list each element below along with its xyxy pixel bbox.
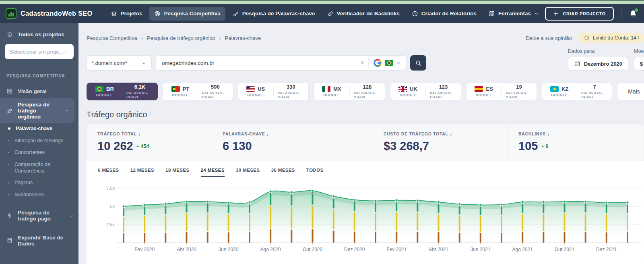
nav-item-relatorios[interactable]: Criador de Relatórios (407, 7, 481, 21)
country-tab-kz[interactable]: KZ GOOGLE 7 PALAVRAS-CHAVE (542, 83, 613, 100)
breadcrumb-item[interactable]: Pesquisa de tráfego orgânico (147, 35, 215, 41)
sidebar-item-label: Pesquisa de tráfego orgânico (18, 102, 60, 120)
country-tab-br[interactable]: BR GOOGLE 6,1K PALAVRAS-CHAVE (87, 83, 158, 100)
range-tabs: 6 MESES 12 MESES 18 MESES 24 MESES 30 ME… (92, 168, 644, 177)
info-icon[interactable]: i (450, 132, 452, 137)
svg-text:2.5k: 2.5k (106, 222, 115, 227)
nav-item-projetos[interactable]: Projetos (106, 7, 147, 21)
engine-label: GOOGLE (400, 93, 417, 97)
breadcrumb-item[interactable]: Palavras-chave (225, 35, 261, 41)
section-title: Tráfego orgânico i (87, 110, 644, 119)
country-code: ES (486, 86, 493, 92)
database-icon (6, 237, 13, 244)
country-code: US (258, 86, 265, 92)
domain-search-box: × (156, 55, 406, 71)
country-tab-uk[interactable]: UK GOOGLE 123 PALAVRAS-CHAVE (390, 83, 461, 100)
chevron-down-icon[interactable] (396, 60, 401, 65)
chevron-up-icon (64, 108, 70, 113)
engine-label: GOOGLE (247, 93, 264, 97)
sidebar-item-trafego-pago[interactable]: Pesquisa de tráfego pago (0, 206, 78, 226)
clock-icon (412, 10, 418, 17)
sidebar-subitem-label: Palavras-chave (16, 126, 52, 132)
date-picker-button[interactable]: Dezembro 2020 (568, 57, 628, 71)
breadcrumb-item[interactable]: Pesquisa Competitiva (87, 35, 137, 41)
bullet-dot (8, 140, 9, 141)
metric-value: 10 262 (97, 139, 133, 153)
country-keyword-count: 330 (287, 84, 295, 90)
tab-30-meses[interactable]: 30 MESES (236, 168, 260, 177)
create-project-button[interactable]: CRIAR PROJECTO (545, 7, 614, 21)
currency-group: Moeda: $ US (634, 48, 644, 71)
tab-todos[interactable]: TODOS (306, 168, 324, 177)
sidebar-subitem-alteracao-rankings[interactable]: Alteração de rankings (0, 135, 78, 147)
country-tab-us[interactable]: US GOOGLE 330 PALAVRAS-CHAVE (238, 83, 309, 100)
sidebar-item-all-projects[interactable]: Todos os projetos (0, 27, 78, 42)
search-icon (415, 60, 422, 67)
bullet-dot (8, 127, 10, 130)
create-project-label: CRIAR PROJECTO (563, 11, 606, 16)
country-code: KZ (561, 86, 568, 92)
account-limit-badge[interactable]: Limite da Conta: 14 / (578, 33, 644, 43)
country-tabs: BR GOOGLE 6,1K PALAVRAS-CHAVE PT GOOGLE … (87, 83, 644, 100)
usa-flag (246, 86, 255, 92)
search-button[interactable] (410, 55, 426, 71)
more-countries-button[interactable]: Mais (617, 83, 644, 100)
close-icon[interactable]: × (356, 59, 368, 67)
notifications-button[interactable] (629, 9, 638, 18)
bullet-dot (8, 182, 9, 183)
metric-label: PALAVRAS-CHAVE (430, 91, 457, 99)
organic-traffic-chart[interactable]: 2.5k5k7.5kFev 2020Abr 2020Jun 2020Ago 20… (92, 179, 644, 259)
account-limit-label: Limite da Conta: 14 / (593, 35, 639, 41)
sidebar-item-trafego-organico[interactable]: Pesquisa de tráfego orgânico (0, 98, 74, 123)
sidebar-item-expandir-base-dados[interactable]: Expandir Base de Dados (0, 231, 78, 251)
notification-dot (635, 8, 638, 12)
project-select[interactable]: Seleccionar um proje... (5, 44, 74, 59)
nav-item-pesquisa-competitiva[interactable]: Pesquisa Competitiva (149, 7, 225, 21)
scope-select[interactable]: *.domain.com/* (87, 55, 152, 71)
currency-select-button[interactable]: $ US (634, 57, 644, 71)
sidebar-subitem-label: Páginas (14, 180, 33, 186)
feedback-link[interactable]: Deixe a sua opinião (526, 35, 572, 41)
info-icon[interactable]: i (138, 132, 140, 137)
nav-item-label: Pesquisa de Palavras-chave (242, 10, 315, 17)
brazil-flag (95, 86, 103, 92)
nav-item-label: Criador de Relatórios (421, 10, 477, 17)
brand[interactable]: CadastrandoWeb SEO (6, 8, 92, 19)
info-icon[interactable]: i (149, 110, 151, 115)
sidebar-subitem-palavras-chave[interactable]: Palavras-chave (0, 123, 78, 135)
country-tab-es[interactable]: ES GOOGLE 19 PALAVRAS-CHAVE (466, 83, 537, 100)
section-title-text: Tráfego orgânico (87, 110, 147, 119)
sidebar-item-visao-geral[interactable]: Visão geral (0, 84, 78, 98)
sidebar-subitem-concorrentes[interactable]: Concorrentes (0, 147, 78, 159)
sidebar-subitem-label: Comparação de Concorrência (14, 162, 67, 174)
metric-trafego-total: TRÁFEGO TOTALi 10 262454 (87, 125, 212, 161)
nav-item-backlinks[interactable]: Verificador de Backlinks (322, 7, 405, 21)
currency-label: Moeda: (634, 48, 644, 54)
metrics-panel: TRÁFEGO TOTALi 10 262454 PALAVRAS-CHAVEi… (87, 124, 644, 161)
tab-18-meses[interactable]: 18 MESES (165, 168, 189, 177)
navbar-right: CRIAR PROJECTO (545, 7, 638, 21)
tab-36-meses[interactable]: 36 MESES (271, 168, 295, 177)
breadcrumb-separator: › (219, 35, 221, 41)
sidebar-subitem-subdominios[interactable]: Subdomínios (0, 189, 78, 201)
domain-search-input[interactable] (161, 60, 356, 67)
home-icon (6, 31, 13, 37)
sidebar-subitem-paginas[interactable]: Páginas (0, 177, 78, 189)
tab-12-meses[interactable]: 12 MESES (130, 168, 154, 177)
nav-item-palavras-chave[interactable]: Pesquisa de Palavras-chave (228, 7, 320, 21)
svg-text:Fev 2021: Fev 2021 (386, 247, 407, 252)
google-logo (374, 59, 382, 67)
tab-6-meses[interactable]: 6 MESES (98, 168, 119, 177)
sidebar-item-label: Pesquisa de tráfego pago (18, 210, 64, 222)
nav-item-ferramentas[interactable]: Ferramentas (484, 7, 544, 21)
country-tab-mx[interactable]: MX GOOGLE 128 PALAVRAS-CHAVE (314, 83, 385, 100)
country-tab-pt[interactable]: PT GOOGLE 590 PALAVRAS-CHAVE (163, 83, 233, 100)
sidebar-subitem-comparacao-concorrencia[interactable]: Comparação de Concorrência (0, 159, 78, 177)
date-picker-value: Dezembro 2020 (584, 61, 622, 67)
info-icon[interactable]: i (267, 132, 268, 137)
navbar: CadastrandoWeb SEO Projetos Pesquisa Com… (0, 4, 644, 23)
metric-label: TRÁFEGO TOTAL (97, 131, 136, 136)
info-icon[interactable]: i (548, 132, 549, 137)
top-accent-strip (0, 0, 644, 4)
tab-24-meses[interactable]: 24 MESES (201, 168, 225, 177)
